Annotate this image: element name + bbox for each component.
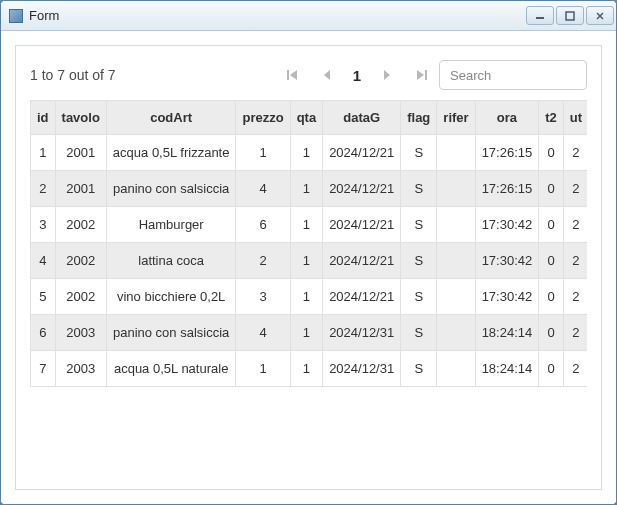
minimize-icon — [535, 11, 545, 21]
cell-qta: 1 — [290, 315, 323, 351]
cell-prezzo: 6 — [236, 207, 290, 243]
cell-prezzo: 1 — [236, 351, 290, 387]
table-row[interactable]: 32002Hamburger612024/12/21S17:30:4202 — [31, 207, 588, 243]
column-header-rifer[interactable]: rifer — [437, 101, 475, 135]
cell-dataG: 2024/12/21 — [323, 279, 401, 315]
cell-t2: 0 — [539, 171, 564, 207]
cell-dataG: 2024/12/21 — [323, 243, 401, 279]
column-header-dataG[interactable]: dataG — [323, 101, 401, 135]
cell-rifer — [437, 171, 475, 207]
cell-dataG: 2024/12/31 — [323, 315, 401, 351]
cell-dataG: 2024/12/21 — [323, 171, 401, 207]
maximize-icon — [565, 11, 575, 21]
table-head: idtavolocodArtprezzoqtadataGflagriferora… — [31, 101, 588, 135]
minimize-button[interactable] — [526, 6, 554, 25]
column-header-flag[interactable]: flag — [401, 101, 437, 135]
cell-ora: 17:26:15 — [475, 171, 539, 207]
cell-tavolo: 2001 — [55, 135, 106, 171]
cell-t2: 0 — [539, 207, 564, 243]
cell-codArt: acqua 0,5L frizzante — [106, 135, 236, 171]
cell-codArt: panino con salsiccia — [106, 171, 236, 207]
cell-tavolo: 2002 — [55, 207, 106, 243]
cell-rifer — [437, 207, 475, 243]
titlebar[interactable]: Form — [1, 1, 616, 31]
column-header-ut[interactable]: ut — [563, 101, 587, 135]
cell-ora: 18:24:14 — [475, 351, 539, 387]
column-header-tavolo[interactable]: tavolo — [55, 101, 106, 135]
cell-prezzo: 2 — [236, 243, 290, 279]
first-page-icon — [286, 68, 300, 82]
next-page-button[interactable] — [379, 65, 395, 85]
cell-ut: 2 — [563, 351, 587, 387]
cell-flag: S — [401, 351, 437, 387]
column-header-prezzo[interactable]: prezzo — [236, 101, 290, 135]
table-row[interactable]: 42002lattina coca212024/12/21S17:30:4202 — [31, 243, 588, 279]
cell-t2: 0 — [539, 279, 564, 315]
cell-id: 1 — [31, 135, 56, 171]
cell-id: 5 — [31, 279, 56, 315]
search-input[interactable] — [439, 60, 587, 90]
app-icon — [9, 9, 23, 23]
cell-qta: 1 — [290, 351, 323, 387]
cell-rifer — [437, 315, 475, 351]
first-page-button[interactable] — [285, 65, 301, 85]
cell-flag: S — [401, 315, 437, 351]
chevron-left-icon — [321, 68, 333, 82]
svg-rect-1 — [566, 12, 574, 20]
cell-ut: 2 — [563, 279, 587, 315]
cell-codArt: lattina coca — [106, 243, 236, 279]
cell-flag: S — [401, 135, 437, 171]
cell-ut: 2 — [563, 135, 587, 171]
cell-ora: 18:24:14 — [475, 315, 539, 351]
cell-flag: S — [401, 171, 437, 207]
svg-rect-2 — [287, 70, 289, 80]
cell-codArt: panino con salsiccia — [106, 315, 236, 351]
last-page-icon — [414, 68, 428, 82]
cell-codArt: Hamburger — [106, 207, 236, 243]
close-icon — [595, 11, 605, 21]
cell-codArt: vino bicchiere 0,2L — [106, 279, 236, 315]
cell-dataG: 2024/12/21 — [323, 207, 401, 243]
cell-prezzo: 4 — [236, 315, 290, 351]
svg-rect-0 — [536, 17, 544, 19]
close-button[interactable] — [586, 6, 614, 25]
column-header-id[interactable]: id — [31, 101, 56, 135]
maximize-button[interactable] — [556, 6, 584, 25]
cell-id: 6 — [31, 315, 56, 351]
cell-rifer — [437, 351, 475, 387]
column-header-t2[interactable]: t2 — [539, 101, 564, 135]
cell-flag: S — [401, 279, 437, 315]
pager: 1 — [285, 65, 429, 85]
table-row[interactable]: 62003panino con salsiccia412024/12/31S18… — [31, 315, 588, 351]
cell-id: 3 — [31, 207, 56, 243]
column-header-qta[interactable]: qta — [290, 101, 323, 135]
cell-qta: 1 — [290, 207, 323, 243]
range-label: 1 to 7 out of 7 — [30, 67, 275, 83]
cell-id: 2 — [31, 171, 56, 207]
cell-ora: 17:30:42 — [475, 207, 539, 243]
column-header-ora[interactable]: ora — [475, 101, 539, 135]
cell-tavolo: 2002 — [55, 279, 106, 315]
cell-dataG: 2024/12/21 — [323, 135, 401, 171]
table-row[interactable]: 72003acqua 0,5L naturale112024/12/31S18:… — [31, 351, 588, 387]
prev-page-button[interactable] — [319, 65, 335, 85]
cell-flag: S — [401, 207, 437, 243]
table-row[interactable]: 12001acqua 0,5L frizzante112024/12/21S17… — [31, 135, 588, 171]
cell-tavolo: 2002 — [55, 243, 106, 279]
table-row[interactable]: 22001panino con salsiccia412024/12/21S17… — [31, 171, 588, 207]
current-page: 1 — [353, 67, 361, 84]
cell-prezzo: 1 — [236, 135, 290, 171]
cell-ora: 17:30:42 — [475, 243, 539, 279]
cell-t2: 0 — [539, 315, 564, 351]
table-row[interactable]: 52002vino bicchiere 0,2L312024/12/21S17:… — [31, 279, 588, 315]
cell-t2: 0 — [539, 135, 564, 171]
cell-ora: 17:30:42 — [475, 279, 539, 315]
window-title: Form — [29, 8, 524, 23]
cell-id: 4 — [31, 243, 56, 279]
cell-qta: 1 — [290, 279, 323, 315]
last-page-button[interactable] — [413, 65, 429, 85]
cell-qta: 1 — [290, 135, 323, 171]
cell-dataG: 2024/12/31 — [323, 351, 401, 387]
column-header-codArt[interactable]: codArt — [106, 101, 236, 135]
cell-ut: 2 — [563, 207, 587, 243]
